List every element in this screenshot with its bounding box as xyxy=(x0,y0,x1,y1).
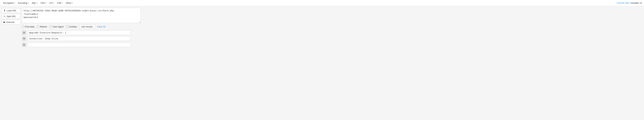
post-data-checkbox-label[interactable]: Post data xyxy=(22,26,34,28)
toolbar-item-xxe[interactable]: XXE ▾ xyxy=(56,1,64,5)
toolbar-item-xss[interactable]: XSS ▾ xyxy=(39,1,48,5)
add-header-label: Add Header xyxy=(81,26,93,28)
main-toolbar: Encryption ▾ Encoding ▾ SQL ▾ XSS ▾ LFI … xyxy=(0,0,644,6)
toolbar-item-encryption[interactable]: Encryption ▾ xyxy=(2,1,16,5)
cookies-label: Cookies xyxy=(69,26,77,28)
options-row: Post data Referer User Agent Cookies Add… xyxy=(22,25,642,29)
encryption-chevron-icon: ▾ xyxy=(14,2,15,4)
toolbar-sql-label: SQL xyxy=(32,2,36,4)
header-input-1[interactable] xyxy=(28,36,130,41)
cookies-checkbox[interactable] xyxy=(66,26,68,28)
main-content: ⬆ Load URL ✂ Split URL ▶ Execute http://… xyxy=(0,6,644,120)
add-header-button[interactable]: Add Header xyxy=(80,25,95,29)
encoding-chevron-icon: ▾ xyxy=(28,2,29,4)
toolbar-encoding-label: Encoding xyxy=(18,2,27,4)
referer-checkbox[interactable] xyxy=(37,26,39,28)
xxe-chevron-icon: ▾ xyxy=(62,2,62,4)
toolbar-xss-label: XSS xyxy=(40,2,45,4)
load-url-button[interactable]: ⬆ Load URL xyxy=(2,8,20,13)
user-agent-label: User Agent xyxy=(52,26,64,28)
toolbar-lfi-label: LFI xyxy=(49,2,52,4)
header-input-0[interactable] xyxy=(28,30,130,35)
cookies-checkbox-label[interactable]: Cookies xyxy=(66,26,77,28)
header-row-partial: H xyxy=(22,42,130,47)
right-panel: http://48f46192-336e-48a0-a680-94fb22920… xyxy=(22,8,642,118)
other-chevron-icon: ▾ xyxy=(72,2,72,4)
header-input-2[interactable] xyxy=(28,42,130,47)
toolbar-item-encoding[interactable]: Encoding ▾ xyxy=(17,1,30,5)
lfi-chevron-icon: ▾ xyxy=(53,2,54,4)
post-data-label: Post data xyxy=(25,26,34,28)
user-agent-checkbox-label[interactable]: User Agent xyxy=(50,26,64,28)
toolbar-xxe-label: XXE xyxy=(57,2,61,4)
execute-label: Execute xyxy=(6,21,14,24)
load-url-label: Load URL xyxy=(6,9,16,12)
headers-list: H H H xyxy=(22,30,642,47)
split-url-button[interactable]: ✂ Split URL xyxy=(2,14,20,19)
toolbar-item-lfi[interactable]: LFI ▾ xyxy=(48,1,55,5)
commit-area: Commit now! HackBar v2 xyxy=(617,2,642,4)
load-url-icon: ⬆ xyxy=(4,9,6,12)
header-row: H xyxy=(22,36,130,41)
post-data-checkbox[interactable] xyxy=(22,26,24,28)
user-agent-checkbox[interactable] xyxy=(50,26,52,28)
referer-label: Referer xyxy=(40,26,47,28)
header-badge-0: H xyxy=(22,31,26,35)
split-url-icon: ✂ xyxy=(4,15,6,18)
execute-icon: ▶ xyxy=(4,21,6,24)
toolbar-item-sql[interactable]: SQL ▾ xyxy=(30,1,39,5)
xss-chevron-icon: ▾ xyxy=(46,2,46,4)
toolbar-item-other[interactable]: Other ▾ xyxy=(64,1,74,5)
header-badge-1: H xyxy=(22,36,26,41)
commit-now-link[interactable]: Commit now! xyxy=(617,2,630,4)
toolbar-other-label: Other xyxy=(66,2,71,4)
toolbar-encryption-label: Encryption xyxy=(3,2,14,4)
left-panel: ⬆ Load URL ✂ Split URL ▶ Execute xyxy=(2,8,20,118)
execute-button[interactable]: ▶ Execute xyxy=(2,20,20,24)
sql-chevron-icon: ▾ xyxy=(37,2,38,4)
referer-checkbox-label[interactable]: Referer xyxy=(37,26,47,28)
clear-all-link[interactable]: Clear All xyxy=(97,26,105,28)
hackbar-version-label: HackBar v2 xyxy=(630,2,642,4)
header-badge-2: H xyxy=(22,43,26,47)
header-row: H xyxy=(22,30,130,35)
url-textarea[interactable]: http://48f46192-336e-48a0-a680-94fb22920… xyxy=(22,8,141,23)
split-url-label: Split URL xyxy=(6,15,16,18)
